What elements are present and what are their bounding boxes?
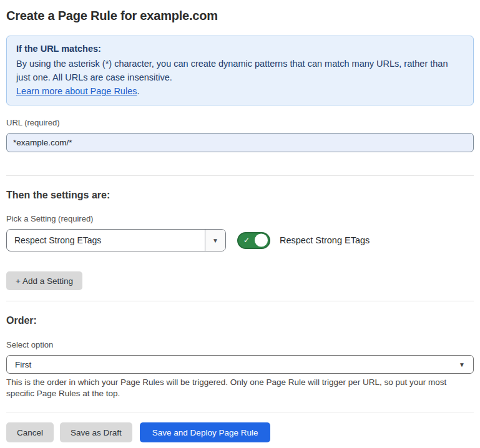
divider (6, 175, 474, 176)
check-icon: ✓ (243, 236, 250, 244)
chevron-down-icon: ▼ (459, 361, 465, 368)
chevron-down-icon: ▼ (212, 237, 218, 244)
info-box-body: By using the asterisk (*) character, you… (16, 57, 464, 84)
url-match-info-box: If the URL matches: By using the asteris… (6, 36, 474, 105)
divider (6, 412, 474, 412)
footer-actions: Cancel Save as Draft Save and Deploy Pag… (6, 422, 474, 442)
order-select-label: Select option (6, 340, 474, 349)
page-title: Create a Page Rule for example.com (6, 9, 474, 23)
order-select[interactable]: First ▼ (6, 355, 474, 374)
respect-strong-etags-toggle[interactable]: ✓ (237, 232, 270, 249)
order-section-heading: Order: (6, 314, 474, 326)
link-suffix: . (137, 86, 139, 96)
url-field-label: URL (required) (6, 118, 474, 127)
toggle-label: Respect Strong ETags (280, 235, 370, 245)
order-select-value: First (15, 360, 31, 369)
info-box-heading: If the URL matches: (16, 42, 464, 56)
info-box-link-line: Learn more about Page Rules. (16, 84, 464, 98)
page-rule-form: Create a Page Rule for example.com If th… (0, 9, 480, 442)
setting-select-value: Respect Strong ETags (7, 230, 205, 251)
toggle-knob (255, 234, 268, 247)
setting-select[interactable]: Respect Strong ETags ▼ (6, 229, 226, 251)
setting-select-dropdown-button[interactable]: ▼ (205, 230, 225, 251)
setting-picker-row: Respect Strong ETags ▼ ✓ Respect Strong … (6, 229, 474, 251)
url-input[interactable] (6, 133, 474, 152)
save-as-draft-button[interactable]: Save as Draft (60, 422, 132, 442)
order-help-text: This is the order in which your Page Rul… (6, 377, 474, 399)
cancel-button[interactable]: Cancel (6, 422, 54, 442)
save-and-deploy-button[interactable]: Save and Deploy Page Rule (140, 422, 271, 442)
learn-more-link[interactable]: Learn more about Page Rules (16, 86, 137, 96)
add-setting-button[interactable]: + Add a Setting (6, 271, 82, 290)
divider (6, 301, 474, 301)
settings-section-heading: Then the settings are: (6, 189, 474, 201)
setting-picker-label: Pick a Setting (required) (6, 214, 474, 223)
